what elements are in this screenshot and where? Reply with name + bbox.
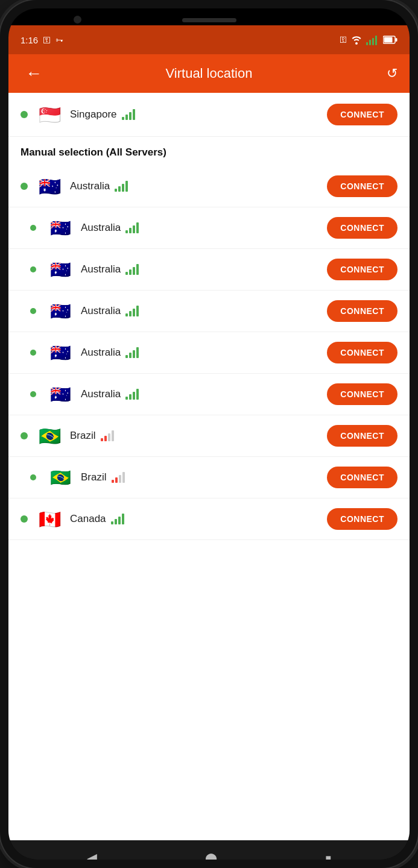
page-title: Virtual location <box>166 66 253 81</box>
connect-button-br1[interactable]: CONNECT <box>327 425 397 447</box>
flag-au-4: 🇦🇺 <box>47 298 74 324</box>
section-header: Manual selection (All Servers) <box>8 137 410 166</box>
singapore-flag: 🇸🇬 <box>36 101 63 128</box>
signal-5 <box>125 347 139 358</box>
singapore-signal <box>122 109 135 120</box>
signal-6 <box>125 389 139 400</box>
list-item: 🇧🇷 Brazil CONNECT <box>8 415 410 457</box>
country-label-6: Australia <box>81 388 327 400</box>
flag-au-5: 🇦🇺 <box>47 339 74 366</box>
list-item: 🇨🇦 Canada CONNECT <box>8 498 410 540</box>
battery-icon <box>383 36 397 44</box>
list-item: 🇦🇺 Australia CONNECT <box>8 207 410 249</box>
connect-button-6[interactable]: CONNECT <box>327 383 397 405</box>
singapore-label: Singapore <box>70 108 327 121</box>
svg-rect-1 <box>384 37 393 43</box>
country-label-4: Australia <box>81 305 327 317</box>
signal-br2 <box>112 472 125 483</box>
home-nav-button[interactable]: ⬤ <box>205 852 217 860</box>
country-label-2: Australia <box>81 222 327 234</box>
svg-rect-2 <box>396 38 397 42</box>
list-item: 🇦🇺 Australia CONNECT <box>8 332 410 374</box>
refresh-button[interactable]: ↺ <box>387 66 397 81</box>
flag-au-2: 🇦🇺 <box>47 215 74 241</box>
vpn-icon: ⚿ <box>43 36 51 45</box>
content-area: 🇸🇬 Singapore CONNECT Manual selection (A… <box>8 93 410 840</box>
country-label-3: Australia <box>81 263 327 275</box>
signal-br1 <box>101 430 114 441</box>
status-dot <box>30 474 36 480</box>
country-label-br2: Brazil <box>81 471 327 483</box>
list-item: 🇦🇺 Australia CONNECT <box>8 166 410 207</box>
country-label-1: Australia <box>70 180 327 192</box>
recents-nav-button[interactable]: ■ <box>326 853 332 860</box>
connect-button-1[interactable]: CONNECT <box>327 175 397 197</box>
signal-1 <box>115 181 128 192</box>
back-nav-button[interactable]: ◀ <box>87 851 97 860</box>
status-dot <box>30 391 36 397</box>
connect-button-5[interactable]: CONNECT <box>327 342 397 363</box>
country-label-ca: Canada <box>70 513 327 525</box>
flag-au-6: 🇦🇺 <box>47 381 74 407</box>
status-bar: 1:16 ⚿ 🗝 ⚿ <box>8 25 410 54</box>
flag-au-3: 🇦🇺 <box>47 256 74 283</box>
flag-au-1: 🇦🇺 <box>36 173 63 200</box>
signal-4 <box>125 306 139 316</box>
flag-ca: 🇨🇦 <box>36 506 63 532</box>
status-dot <box>30 266 36 272</box>
key-icon: 🗝 <box>55 36 63 45</box>
list-item: 🇦🇺 Australia CONNECT <box>8 291 410 332</box>
bottom-nav: ◀ ⬤ ■ <box>8 840 410 860</box>
status-dot-singapore <box>21 111 28 118</box>
status-time: 1:16 <box>21 35 38 45</box>
app-bar: ← Virtual location ↺ <box>8 54 410 93</box>
country-label-5: Australia <box>81 347 327 359</box>
flag-br-2: 🇧🇷 <box>47 464 74 491</box>
status-dot <box>21 515 28 523</box>
key-icon-right: ⚿ <box>340 36 347 44</box>
back-button[interactable]: ← <box>21 61 47 86</box>
country-label-br1: Brazil <box>70 430 327 442</box>
connect-button-2[interactable]: CONNECT <box>327 217 397 239</box>
connect-button-3[interactable]: CONNECT <box>327 259 397 280</box>
connect-button-br2[interactable]: CONNECT <box>327 467 397 488</box>
wifi-icon <box>350 35 363 45</box>
flag-br-1: 🇧🇷 <box>36 423 63 449</box>
connect-button-ca[interactable]: CONNECT <box>327 508 397 530</box>
signal-3 <box>125 264 139 275</box>
list-item: 🇦🇺 Australia CONNECT <box>8 249 410 291</box>
connect-button-4[interactable]: CONNECT <box>327 300 397 322</box>
status-dot <box>30 308 36 314</box>
status-dot <box>21 432 28 439</box>
signal-icon <box>366 34 377 45</box>
signal-2 <box>125 222 139 233</box>
status-dot <box>21 183 28 190</box>
status-dot <box>30 225 36 231</box>
signal-ca <box>111 514 124 524</box>
list-item: 🇦🇺 Australia CONNECT <box>8 374 410 415</box>
singapore-connect-button[interactable]: CONNECT <box>327 104 397 125</box>
list-item: 🇧🇷 Brazil CONNECT <box>8 457 410 498</box>
singapore-row: 🇸🇬 Singapore CONNECT <box>8 93 410 137</box>
status-dot <box>30 350 36 356</box>
